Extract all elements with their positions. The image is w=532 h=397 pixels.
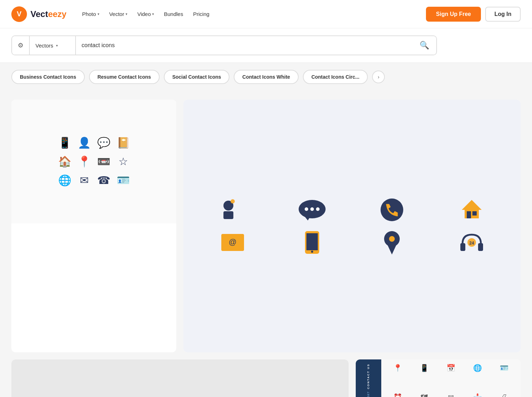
video-chevron-icon: ▾ bbox=[152, 12, 154, 16]
icon-chat: 💬 bbox=[97, 136, 110, 149]
svg-marker-8 bbox=[305, 216, 310, 220]
svg-point-6 bbox=[310, 207, 314, 211]
flat-icon-tablet bbox=[276, 230, 349, 255]
flat-icon-bubble bbox=[276, 197, 349, 223]
header-left: V Vecteezy Photo ▾ Vector ▾ Video ▾ Bund… bbox=[11, 6, 214, 22]
filter-tag-business[interactable]: Business Contact Icons bbox=[11, 70, 85, 84]
header-right: Sign Up Free Log In bbox=[426, 7, 521, 22]
svg-point-7 bbox=[316, 207, 320, 211]
filter-tag-social[interactable]: Social Contact Icons bbox=[164, 70, 230, 84]
set-label-title: CONTACT US bbox=[367, 364, 370, 389]
search-filter-button[interactable]: ⚙ bbox=[12, 36, 30, 55]
set-icon-letter: 📩 bbox=[465, 393, 490, 397]
set-icon-map: 🗺 bbox=[412, 393, 437, 397]
signup-button[interactable]: Sign Up Free bbox=[426, 7, 481, 22]
card-img-2: @ bbox=[183, 100, 521, 352]
filter-icon: ⚙ bbox=[18, 41, 23, 49]
svg-marker-10 bbox=[462, 200, 482, 218]
set-icon-calendar: 📅 bbox=[439, 364, 463, 391]
flat-icon-house bbox=[435, 197, 508, 223]
svg-rect-21 bbox=[460, 243, 465, 251]
svg-rect-16 bbox=[306, 233, 318, 250]
type-chevron-icon: ▾ bbox=[56, 44, 58, 47]
set-icon-globe: 🌐 bbox=[465, 364, 490, 391]
svg-marker-20 bbox=[388, 245, 396, 255]
result-card-3[interactable]: NAME PHONE ADDRESS EMAIL WEBSITE NAME PH… bbox=[11, 359, 349, 397]
logo-icon: V bbox=[11, 6, 27, 22]
icon-phone: ☎ bbox=[97, 174, 110, 186]
svg-point-9 bbox=[381, 198, 403, 221]
nav-bundles[interactable]: Bundles bbox=[160, 8, 187, 20]
svg-point-2 bbox=[225, 201, 232, 210]
search-type-selector[interactable]: Vectors ▾ bbox=[30, 36, 76, 55]
nav-pricing[interactable]: Pricing bbox=[189, 8, 214, 20]
icon-globe: 🌐 bbox=[58, 174, 71, 186]
main-nav: Photo ▾ Vector ▾ Video ▾ Bundles Pricing bbox=[78, 8, 214, 20]
icon-location: 📍 bbox=[78, 155, 91, 168]
svg-point-3 bbox=[231, 199, 235, 203]
icon-book: 📔 bbox=[117, 136, 130, 149]
set-label-subtitle: ICON SET bbox=[367, 391, 370, 397]
login-button[interactable]: Log In bbox=[485, 7, 521, 22]
svg-point-19 bbox=[389, 236, 395, 242]
icon-home: 🏠 bbox=[58, 155, 71, 168]
set-icon-clock: ⏰ bbox=[386, 393, 410, 397]
svg-rect-22 bbox=[478, 243, 483, 251]
flat-icon-person bbox=[196, 197, 269, 223]
filter-tag-resume[interactable]: Resume Contact Icons bbox=[89, 70, 160, 84]
nav-video[interactable]: Video ▾ bbox=[133, 8, 158, 20]
svg-rect-11 bbox=[467, 211, 471, 218]
card-img-1: 📱 👤 💬 📔 🏠 📍 📼 ☆ 🌐 ✉ ☎ 🪪 bbox=[11, 100, 176, 223]
icon-mail: ✉ bbox=[78, 174, 91, 186]
result-card-1[interactable]: 📱 👤 💬 📔 🏠 📍 📼 ☆ 🌐 ✉ ☎ 🪪 bbox=[11, 100, 176, 352]
set-icon-printer: 🖨 bbox=[492, 393, 516, 397]
card-img-3: NAME PHONE ADDRESS EMAIL WEBSITE NAME PH… bbox=[11, 359, 349, 397]
svg-text:@: @ bbox=[228, 237, 236, 246]
svg-point-17 bbox=[311, 251, 313, 253]
set-icon-location: 📍 bbox=[386, 364, 410, 391]
svg-text:24: 24 bbox=[469, 241, 474, 246]
icon-user: 👤 bbox=[78, 136, 91, 149]
filter-tag-circle[interactable]: Contact Icons Circ... bbox=[303, 70, 368, 84]
icon-star: ☆ bbox=[117, 155, 130, 168]
svg-point-5 bbox=[305, 207, 308, 211]
search-container: ⚙ Vectors ▾ 🔍 bbox=[11, 35, 437, 55]
icon-mobile: 📱 bbox=[58, 136, 71, 149]
nav-photo[interactable]: Photo ▾ bbox=[78, 8, 103, 20]
set-icon-mobile: 📱 bbox=[412, 364, 437, 391]
search-bar: ⚙ Vectors ▾ 🔍 bbox=[0, 28, 532, 63]
filter-tag-white[interactable]: Contact Icons White bbox=[234, 70, 299, 84]
search-input[interactable] bbox=[76, 42, 412, 49]
svg-rect-12 bbox=[472, 211, 477, 216]
card-img-4: CONTACT US ICON SET 20 👤 bbox=[356, 359, 521, 397]
photo-chevron-icon: ▾ bbox=[98, 12, 99, 16]
filter-next-button[interactable]: › bbox=[372, 71, 385, 83]
filter-tags-bar: Business Contact Icons Resume Contact Ic… bbox=[0, 63, 532, 91]
flat-icon-headphone: 24 bbox=[435, 230, 508, 255]
flat-icon-email: @ bbox=[196, 230, 269, 255]
results-main: 📱 👤 💬 📔 🏠 📍 📼 ☆ 🌐 ✉ ☎ 🪪 bbox=[0, 91, 532, 397]
logo-text: Vecteezy bbox=[31, 9, 66, 19]
vector-chevron-icon: ▾ bbox=[126, 12, 127, 16]
flat-icon-pin bbox=[356, 230, 428, 255]
set-icon-mail: ✉ bbox=[439, 393, 463, 397]
set-icon-id: 🪪 bbox=[492, 364, 516, 391]
search-button[interactable]: 🔍 bbox=[412, 36, 436, 55]
header: V Vecteezy Photo ▾ Vector ▾ Video ▾ Bund… bbox=[0, 0, 532, 28]
search-icon: 🔍 bbox=[420, 41, 429, 50]
icon-cassette: 📼 bbox=[97, 155, 110, 168]
icon-card: 🪪 bbox=[117, 174, 130, 186]
logo[interactable]: V Vecteezy bbox=[11, 6, 66, 22]
nav-vector[interactable]: Vector ▾ bbox=[105, 8, 132, 20]
result-card-4[interactable]: CONTACT US ICON SET 20 👤 bbox=[356, 359, 521, 397]
results-grid: 📱 👤 💬 📔 🏠 📍 📼 ☆ 🌐 ✉ ☎ 🪪 bbox=[11, 100, 521, 397]
flat-icon-phone bbox=[356, 197, 428, 223]
svg-rect-1 bbox=[223, 211, 233, 219]
result-card-2[interactable]: @ bbox=[183, 100, 521, 352]
